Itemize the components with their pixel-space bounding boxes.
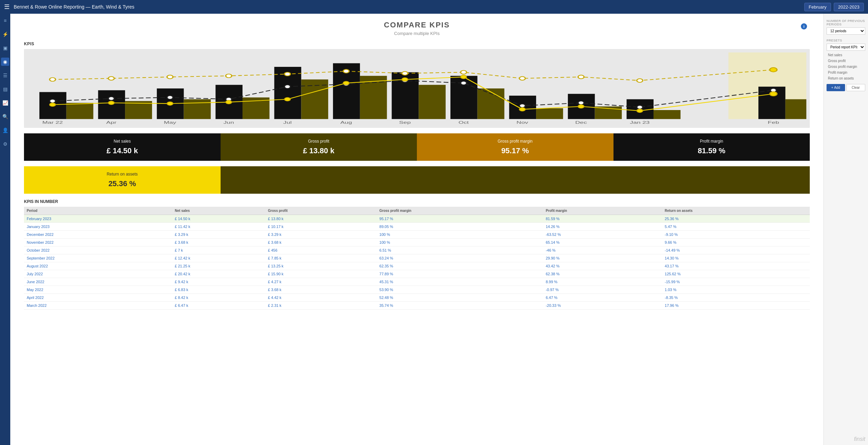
svg-point-35 (637, 79, 643, 83)
table-row[interactable]: January 2023 £ 11.42 k £ 10.17 k 89.05 %… (24, 223, 810, 231)
svg-point-38 (108, 97, 114, 100)
cell-profit-margin: 81.59 % (543, 215, 662, 223)
table-row[interactable]: December 2022 £ 3.29 k £ 3.29 k 100 % -6… (24, 231, 810, 239)
sidebar-icon-menu[interactable]: ≡ (1, 16, 9, 25)
cell-roa: -8.35 % (662, 294, 810, 302)
kpis-section-label: KPIS (24, 41, 810, 46)
svg-text:Dec: Dec (575, 120, 587, 124)
cell-period: May 2022 (24, 286, 172, 294)
cell-profit-margin: 8.99 % (543, 278, 662, 286)
roa-label: Return on assets (31, 172, 214, 177)
svg-text:Jul: Jul (283, 120, 292, 124)
add-button[interactable]: + Add (827, 84, 845, 91)
svg-point-56 (461, 75, 467, 79)
svg-point-60 (770, 92, 777, 96)
info-icon[interactable]: i (801, 23, 807, 29)
table-row[interactable]: September 2022 £ 12.42 k £ 7.85 k 63.24 … (24, 254, 810, 262)
table-row[interactable]: July 2022 £ 20.42 k £ 15.90 k 77.89 % 62… (24, 270, 810, 278)
sidebar-icon-lightning[interactable]: ⚡ (1, 30, 9, 38)
table-row[interactable]: October 2022 £ 7 k £ 456 6.51 % -46 % -1… (24, 246, 810, 254)
sidebar-icon-search[interactable]: 🔍 (1, 112, 9, 121)
cell-period: June 2022 (24, 278, 172, 286)
cell-roa: 17.96 % (662, 302, 810, 310)
cell-gross-profit-margin: 100 % (377, 239, 543, 246)
cell-gross-profit-margin: 89.05 % (377, 223, 543, 231)
cell-net-sales: £ 3.29 k (172, 231, 265, 239)
svg-text:Apr: Apr (106, 120, 117, 124)
table-row[interactable]: June 2022 £ 9.42 k £ 4.27 k 45.31 % 8.99… (24, 278, 810, 286)
profit-margin-label: Profit margin (620, 139, 803, 144)
svg-point-28 (226, 74, 232, 78)
kpi-option-gross-profit-margin[interactable]: Gross profit margin (827, 64, 865, 70)
month-dropdown[interactable]: February (804, 3, 831, 11)
kpi-option-net-sales[interactable]: Net sales (827, 52, 865, 58)
cell-roa: -15.99 % (662, 278, 810, 286)
table-row[interactable]: April 2022 £ 8.42 k £ 4.42 k 52.48 % 6.4… (24, 294, 810, 302)
cell-gross-profit-margin: 52.48 % (377, 294, 543, 302)
sidebar-icon-table[interactable]: ▤ (1, 85, 9, 93)
cell-net-sales: £ 7 k (172, 246, 265, 254)
cell-roa: 43.17 % (662, 262, 810, 270)
cell-roa: -14.49 % (662, 246, 810, 254)
svg-point-25 (50, 78, 55, 82)
svg-point-37 (50, 99, 55, 103)
svg-point-34 (578, 75, 584, 79)
cell-gross-profit: £ 13.80 k (265, 215, 376, 223)
svg-point-51 (167, 102, 173, 106)
cell-gross-profit: £ 456 (265, 246, 376, 254)
svg-text:Aug: Aug (340, 120, 352, 124)
cell-roa: 5.47 % (662, 223, 810, 231)
page-subtitle: Compare multiple KPIs (24, 31, 810, 36)
cell-gross-profit: £ 13.25 k (265, 262, 376, 270)
cell-profit-margin: -20.33 % (543, 302, 662, 310)
sidebar-icon-user[interactable]: 👤 (1, 126, 9, 134)
table-row[interactable]: November 2022 £ 3.68 k £ 3.68 k 100 % 65… (24, 239, 810, 246)
cell-gross-profit-margin: 35.74 % (377, 302, 543, 310)
kpi-option-profit-margin[interactable]: Profit margin (827, 70, 865, 75)
svg-point-59 (637, 109, 643, 113)
sidebar-icon-kpi[interactable]: ◉ (1, 58, 9, 66)
app-title: Bennet & Rowe Online Reporting — Earth, … (14, 4, 134, 10)
table-row[interactable]: March 2022 £ 6.47 k £ 2.31 k 35.74 % -20… (24, 302, 810, 310)
sidebar-icon-trending[interactable]: 📈 (1, 99, 9, 107)
sidebar-icon-chart[interactable]: ▣ (1, 44, 9, 52)
svg-point-53 (284, 97, 290, 101)
top-nav: ☰ Bennet & Rowe Online Reporting — Earth… (0, 0, 868, 14)
table-section: KPIS IN NUMBER Period Net sales Gross pr… (24, 199, 810, 310)
table-row[interactable]: February 2023 £ 14.50 k £ 13.80 k 95.17 … (24, 215, 810, 223)
kpi-option-roa[interactable]: Return on assets (827, 75, 865, 81)
svg-rect-15 (184, 99, 211, 119)
gross-margin-label: Gross profit margin (424, 139, 607, 144)
cell-period: December 2022 (24, 231, 172, 239)
kpi-option-gross-profit[interactable]: Gross profit (827, 58, 865, 64)
cell-period: February 2023 (24, 215, 172, 223)
kpi-cards: Net sales £ 14.50 k Gross profit £ 13.80… (24, 133, 810, 161)
cell-gross-profit: £ 7.85 k (265, 254, 376, 262)
net-sales-label: Net sales (31, 139, 214, 144)
svg-point-27 (167, 75, 173, 79)
cell-roa: 9.66 % (662, 239, 810, 246)
svg-point-55 (402, 78, 408, 82)
clear-button[interactable]: Clear (846, 84, 866, 91)
svg-rect-20 (478, 88, 505, 119)
menu-icon[interactable]: ☰ (4, 3, 10, 11)
svg-rect-19 (419, 85, 446, 119)
col-period: Period (24, 207, 172, 215)
cell-gross-profit-margin: 6.51 % (377, 246, 543, 254)
svg-text:Nov: Nov (517, 120, 528, 124)
cell-gross-profit-margin: 45.31 % (377, 278, 543, 286)
gross-margin-value: 95.17 % (424, 146, 607, 155)
sidebar-icon-list[interactable]: ☰ (1, 71, 9, 80)
svg-point-54 (343, 81, 349, 85)
cell-roa: 25.36 % (662, 215, 810, 223)
presets-dropdown[interactable]: Period report KPIs (827, 44, 865, 51)
cell-net-sales: £ 3.68 k (172, 239, 265, 246)
table-row[interactable]: August 2022 £ 21.25 k £ 13.25 k 62.35 % … (24, 262, 810, 270)
sidebar-icon-settings[interactable]: ⚙ (1, 140, 9, 148)
periods-dropdown[interactable]: 12 periods (827, 27, 865, 35)
svg-point-32 (461, 71, 467, 74)
cell-period: March 2022 (24, 302, 172, 310)
cell-period: November 2022 (24, 239, 172, 246)
table-row[interactable]: May 2022 £ 6.83 k £ 3.68 k 53.90 % -0.97… (24, 286, 810, 294)
year-dropdown[interactable]: 2022-2023 (834, 3, 864, 11)
